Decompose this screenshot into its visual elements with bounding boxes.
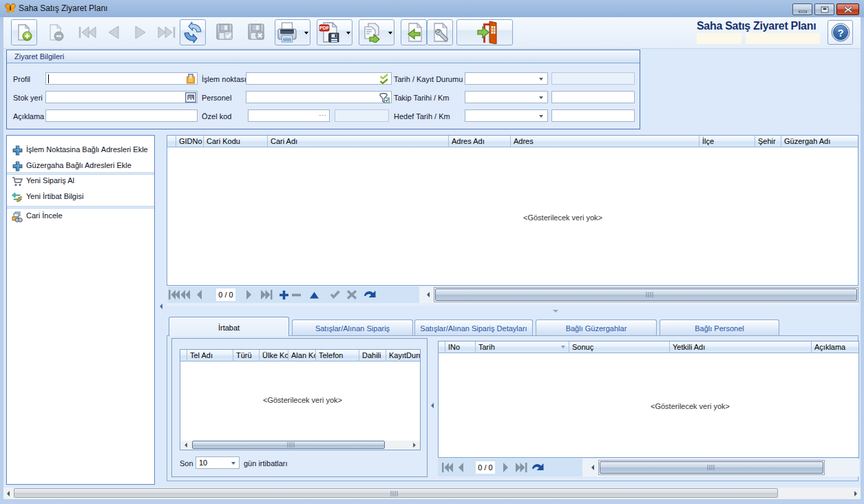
svg-text:0 / 0: 0 / 0 — [478, 463, 492, 472]
svg-text:PDF: PDF — [319, 25, 330, 30]
svg-text:?: ? — [837, 27, 843, 39]
svg-text:0 / 0: 0 / 0 — [218, 291, 233, 299]
